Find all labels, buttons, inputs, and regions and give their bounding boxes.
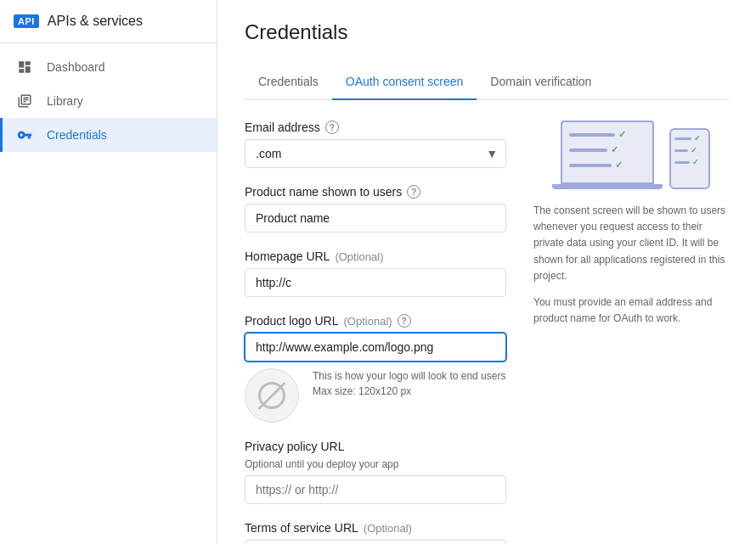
homepage-url-input[interactable] xyxy=(245,268,506,297)
tab-credentials[interactable]: Credentials xyxy=(245,64,332,100)
sidebar: API APIs & services Dashboard Library xyxy=(0,0,217,544)
sidebar-item-credentials-label: Credentials xyxy=(47,128,107,142)
sidebar-item-dashboard-label: Dashboard xyxy=(47,60,105,74)
homepage-url-label: Homepage URL (Optional) xyxy=(245,250,506,263)
form-section: Email address ? .com ▼ Product name show… xyxy=(245,121,506,544)
logo-url-help-icon[interactable]: ? xyxy=(398,314,411,328)
sidebar-header: API APIs & services xyxy=(0,0,217,43)
phone-illustration: ✓ ✓ ✓ xyxy=(669,128,710,189)
homepage-url-field-group: Homepage URL (Optional) xyxy=(245,250,506,297)
sidebar-item-dashboard[interactable]: Dashboard xyxy=(0,50,217,84)
logo-url-field-group: Product logo URL (Optional) ? This is ho… xyxy=(245,314,506,423)
privacy-url-input[interactable] xyxy=(245,475,506,504)
privacy-url-field-group: Privacy policy URL Optional until you de… xyxy=(245,440,506,504)
product-name-label: Product name shown to users ? xyxy=(245,185,506,199)
logo-url-input[interactable] xyxy=(245,333,506,362)
privacy-url-label: Privacy policy URL xyxy=(245,440,506,453)
product-name-help-icon[interactable]: ? xyxy=(407,185,420,199)
sidebar-item-credentials[interactable]: Credentials xyxy=(0,118,217,152)
email-select-wrapper: .com ▼ xyxy=(245,139,506,168)
main-content: Credentials Credentials OAuth consent sc… xyxy=(217,0,756,544)
logo-url-label: Product logo URL (Optional) ? xyxy=(245,314,506,328)
tab-domain-verification[interactable]: Domain verification xyxy=(477,64,605,100)
dashboard-icon xyxy=(16,59,33,76)
sidebar-item-library-label: Library xyxy=(47,94,83,108)
info-section: ✓ ✓ ✓ xyxy=(533,121,729,544)
api-badge: API xyxy=(14,14,39,28)
logo-preview: This is how your logo will look to end u… xyxy=(245,368,506,423)
email-select[interactable]: .com xyxy=(245,139,506,168)
tab-oauth-consent[interactable]: OAuth consent screen xyxy=(332,64,477,100)
form-and-info: Email address ? .com ▼ Product name show… xyxy=(245,121,729,544)
info-text: The consent screen will be shown to user… xyxy=(533,203,729,327)
privacy-sublabel: Optional until you deploy your app xyxy=(245,458,506,470)
email-field-group: Email address ? .com ▼ xyxy=(245,121,506,168)
email-label: Email address ? xyxy=(245,121,506,134)
sidebar-item-library[interactable]: Library xyxy=(0,84,217,118)
library-icon xyxy=(16,93,33,109)
tos-url-input[interactable] xyxy=(245,540,506,544)
tos-url-label: Terms of service URL (Optional) xyxy=(245,521,506,535)
sidebar-title: APIs & services xyxy=(48,14,143,29)
laptop-illustration: ✓ ✓ ✓ xyxy=(552,121,663,189)
credentials-icon xyxy=(16,126,33,143)
logo-preview-image xyxy=(245,368,299,423)
product-name-field-group: Product name shown to users ? xyxy=(245,185,506,233)
page-title: Credentials xyxy=(245,20,729,44)
device-illustration: ✓ ✓ ✓ xyxy=(533,121,729,189)
sidebar-nav: Dashboard Library Credentials xyxy=(0,43,217,152)
tos-url-field-group: Terms of service URL (Optional) xyxy=(245,521,506,544)
email-help-icon[interactable]: ? xyxy=(325,121,339,134)
product-name-input[interactable] xyxy=(245,204,506,233)
tabs-bar: Credentials OAuth consent screen Domain … xyxy=(245,64,729,100)
logo-preview-text: This is how your logo will look to end u… xyxy=(313,368,505,399)
